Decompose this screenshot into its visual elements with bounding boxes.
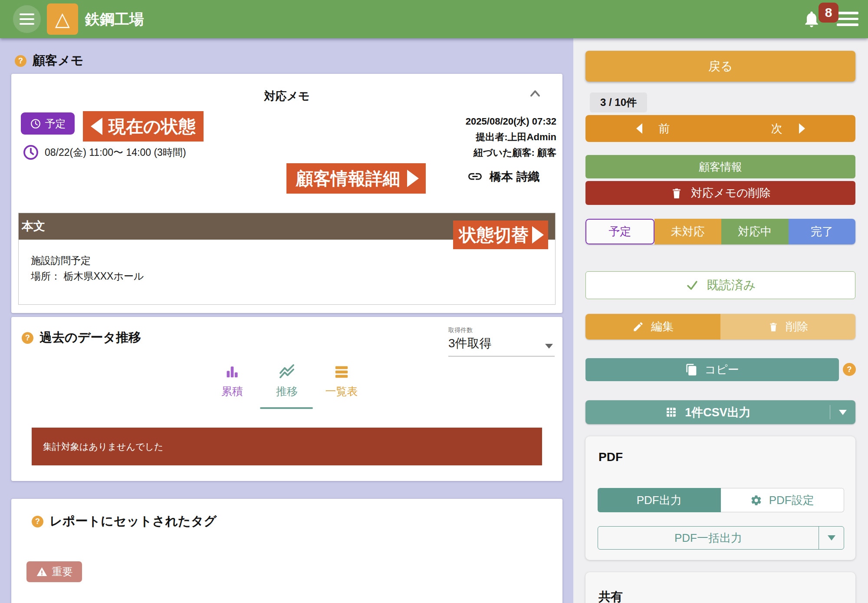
mark-read-button[interactable]: 既読済み xyxy=(585,271,855,299)
pdf-settings-button[interactable]: PDF設定 xyxy=(721,488,845,512)
left-triangle-icon xyxy=(91,118,102,135)
pdf-panel-title: PDF xyxy=(598,450,623,464)
warning-icon xyxy=(36,566,48,578)
copy-button[interactable]: コピー xyxy=(585,358,839,381)
share-panel-title: 共有 xyxy=(598,589,623,603)
status-option-unhandled[interactable]: 未対応 xyxy=(654,219,722,244)
tab-trend[interactable]: 推移 xyxy=(264,363,309,399)
annotation-label: 現在の状態 xyxy=(108,115,196,138)
notification-count-badge: 8 xyxy=(819,3,838,23)
app-logo[interactable]: △ xyxy=(47,3,78,35)
hamburger-icon xyxy=(20,13,34,25)
tag-label: 重要 xyxy=(52,565,73,579)
annotation-current-state: 現在の状態 xyxy=(83,111,204,142)
next-label: 次 xyxy=(771,121,783,136)
body-line: 場所： 栃木県XXXホール xyxy=(31,268,555,284)
back-button[interactable]: 戻る xyxy=(585,51,855,82)
prev-label: 前 xyxy=(659,121,670,136)
check-icon xyxy=(685,279,699,292)
status-option-scheduled[interactable]: 予定 xyxy=(585,219,654,244)
tab-label: 推移 xyxy=(276,384,298,399)
memo-linked-customer: 紐づいた顧客: 顧客 xyxy=(466,145,556,161)
fetch-count-select[interactable]: 取得件数 3件取得 xyxy=(448,326,555,356)
tag-chip-important[interactable]: 重要 xyxy=(26,561,82,582)
pdf-panel: PDF PDF出力 PDF設定 PDF一括出力 xyxy=(585,436,855,560)
pdf-batch-split-button: PDF一括出力 xyxy=(598,526,844,550)
customer-info-button[interactable]: 顧客情報 xyxy=(585,155,855,178)
hamburger-icon xyxy=(837,12,858,26)
body-line: 施設訪問予定 xyxy=(31,253,555,268)
help-icon[interactable]: ? xyxy=(843,363,856,376)
delete-button[interactable]: 削除 xyxy=(720,314,855,339)
csv-export-dropdown[interactable] xyxy=(830,400,855,424)
left-triangle-icon xyxy=(636,123,642,134)
edit-button[interactable]: 編集 xyxy=(585,314,720,339)
memo-card: 対応メモ 予定 現在の状態 xyxy=(11,74,562,313)
csv-label: 1件CSV出力 xyxy=(685,405,751,420)
annotation-label: 顧客情報詳細 xyxy=(296,167,400,191)
tab-label: 一覧表 xyxy=(326,384,358,399)
delete-memo-button[interactable]: 対応メモの削除 xyxy=(585,181,855,205)
app-header: △ 鉄鋼工場 8 xyxy=(0,0,868,38)
help-icon[interactable]: ? xyxy=(32,516,43,527)
pdf-batch-dropdown[interactable] xyxy=(819,527,844,549)
linked-person-name: 橋本 詩織 xyxy=(490,169,540,185)
mark-read-label: 既読済み xyxy=(707,277,756,293)
chevron-down-icon xyxy=(828,535,835,540)
tab-list[interactable]: 一覧表 xyxy=(319,363,364,399)
csv-export-button[interactable]: 1件CSV出力 xyxy=(585,405,830,420)
empty-result-banner: 集計対象はありませんでした xyxy=(32,428,542,465)
delete-label: 削除 xyxy=(786,319,809,334)
copy-label: コピー xyxy=(704,362,739,377)
tab-label: 累積 xyxy=(221,384,243,399)
customer-memo-section-header: ? 顧客メモ xyxy=(15,52,83,69)
trash-icon xyxy=(768,321,779,333)
status-option-in-progress[interactable]: 対応中 xyxy=(721,219,789,244)
linked-customer-link[interactable]: 橋本 詩織 xyxy=(467,168,540,185)
triangle-logo-icon: △ xyxy=(55,10,70,29)
bar-chart-icon xyxy=(224,363,241,380)
schedule-row: 08/22(金) 11:00〜 14:00 (3時間) xyxy=(23,144,186,161)
tab-cumulative[interactable]: 累積 xyxy=(210,363,255,399)
trash-icon xyxy=(670,187,683,200)
clock-icon xyxy=(23,144,39,161)
chevron-up-icon xyxy=(526,86,544,102)
clock-icon xyxy=(30,118,41,129)
pdf-export-button[interactable]: PDF出力 xyxy=(598,488,721,512)
help-icon[interactable]: ? xyxy=(15,55,26,67)
annotation-status-switch: 状態切替 xyxy=(453,221,548,249)
delete-memo-label: 対応メモの削除 xyxy=(691,185,771,201)
pencil-icon xyxy=(632,321,644,333)
app-title: 鉄鋼工場 xyxy=(85,0,144,38)
help-icon[interactable]: ? xyxy=(22,332,33,344)
edit-delete-group: 編集 削除 xyxy=(585,314,855,339)
record-counter: 3 / 10件 xyxy=(590,92,647,112)
next-button[interactable]: 次 xyxy=(720,115,855,142)
history-card: ? 過去のデータ推移 取得件数 3件取得 累積 xyxy=(11,317,562,481)
fetch-count-value: 3件取得 xyxy=(448,335,555,352)
chevron-down-icon xyxy=(839,410,847,415)
collapse-button[interactable] xyxy=(526,86,544,103)
pdf-settings-label: PDF設定 xyxy=(769,493,814,508)
section-title: 顧客メモ xyxy=(33,52,83,69)
chevron-down-icon xyxy=(545,344,553,349)
share-panel: 共有 xyxy=(585,572,855,603)
fetch-count-label: 取得件数 xyxy=(448,326,555,334)
memo-card-title: 対応メモ xyxy=(11,89,562,104)
link-icon xyxy=(467,168,483,185)
empty-result-text: 集計対象はありませんでした xyxy=(32,441,163,453)
menu-button[interactable] xyxy=(13,5,41,33)
selected-tab-underline xyxy=(260,407,313,409)
overflow-menu-button[interactable] xyxy=(837,12,858,26)
history-section-header: ? 過去のデータ推移 xyxy=(22,329,141,346)
pdf-batch-button[interactable]: PDF一括出力 xyxy=(598,527,819,549)
annotation-label: 状態切替 xyxy=(459,223,529,247)
prev-button[interactable]: 前 xyxy=(585,115,720,142)
action-sidebar: 戻る 3 / 10件 前 次 顧客情報 対応メモの削除 予定 未対応 対応中 完… xyxy=(573,38,868,603)
right-triangle-icon xyxy=(407,170,419,187)
section-title: 過去のデータ推移 xyxy=(39,329,141,346)
edit-label: 編集 xyxy=(651,319,674,334)
status-option-done[interactable]: 完了 xyxy=(789,219,856,244)
schedule-text: 08/22(金) 11:00〜 14:00 (3時間) xyxy=(45,146,186,159)
app-root: △ 鉄鋼工場 8 ? 顧客メモ 対応メモ xyxy=(0,0,868,603)
